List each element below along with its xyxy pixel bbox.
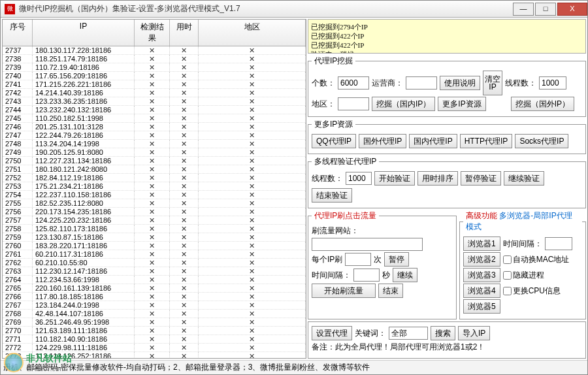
cb-mac[interactable]: 自动换MAC地址 (503, 254, 570, 265)
app-icon: 微 (5, 4, 15, 14)
table-row[interactable]: 2763112.230.12.147:18186✕✕✕ (3, 267, 306, 276)
browser4-button[interactable]: 浏览器4 (463, 284, 500, 298)
table-row[interactable]: 2750112.227.231.134:18186✕✕✕ (3, 157, 306, 165)
ip-table: 序号 IP 检测结果 用时 地区 2737180.130.117.228:181… (2, 19, 306, 359)
table-row[interactable]: 2740117.65.156.209:18186✕✕✕ (3, 72, 306, 80)
fw-proxy-button[interactable]: 国外代理IP (359, 134, 406, 148)
browser3-button[interactable]: 浏览器3 (463, 268, 500, 282)
table-row[interactable]: 2743123.233.36.235:18186✕✕✕ (3, 97, 306, 106)
clear-ip-button[interactable]: 清空IP (483, 71, 502, 95)
table-row[interactable]: 274214.214.140.39:18186✕✕✕ (3, 89, 306, 97)
col-area[interactable]: 地区 (199, 20, 306, 46)
cb-hide[interactable]: 隐藏进程 (503, 270, 544, 281)
perip-input[interactable] (345, 253, 371, 266)
table-row[interactable]: 2752182.84.112.19:18186✕✕✕ (3, 174, 306, 182)
minimize-button[interactable]: — (513, 3, 534, 16)
table-row[interactable]: 2738118.251.174.79:18186✕✕✕ (3, 55, 306, 63)
globe-icon (4, 353, 24, 372)
table-row[interactable]: 2737180.130.117.228:18186✕✕✕ (3, 46, 306, 55)
maximize-button[interactable]: □ (535, 3, 556, 16)
table-row[interactable]: 2745110.250.182.51:1998✕✕✕ (3, 114, 306, 123)
table-row[interactable]: 2766117.80.18.185:18186✕✕✕ (3, 293, 306, 301)
kw-input[interactable] (389, 327, 428, 340)
carrier-input[interactable] (406, 76, 437, 90)
browser1-button[interactable]: 浏览器1 (463, 236, 500, 251)
interval-input[interactable] (353, 269, 380, 282)
table-row[interactable]: 2772124.229.98.111:18186✕✕✕ (3, 344, 306, 352)
table-row[interactable]: 2764112.234.53.66:1998✕✕✕ (3, 276, 306, 284)
area-input[interactable] (338, 97, 369, 110)
cb-cpu[interactable]: 更换CPU信息 (503, 285, 561, 297)
table-row[interactable]: 2765220.160.161.139:18186✕✕✕ (3, 284, 306, 293)
col-res[interactable]: 检测结果 (135, 20, 170, 46)
count-input[interactable] (338, 76, 369, 90)
table-row[interactable]: 2755182.52.235.112:8080✕✕✕ (3, 199, 306, 208)
table-row[interactable]: 2759123.130.87.15:18186✕✕✕ (3, 233, 306, 242)
window-title: 微时代IP挖掘机（国内外）集验证-设置-多浏览器代理模式_V1.7 (19, 3, 512, 14)
col-no[interactable]: 序号 (3, 20, 33, 46)
more-src-button[interactable]: 更多IP资源 (438, 97, 485, 111)
v-threads-input[interactable] (346, 172, 372, 185)
verify-end-button[interactable]: 结束验证 (312, 188, 352, 203)
table-row[interactable]: 276842.48.144.107:18186✕✕✕ (3, 310, 306, 318)
table-row[interactable]: 2770121.63.189.111:18186✕✕✕ (3, 327, 306, 335)
table-body[interactable]: 2737180.130.117.228:18186✕✕✕2738118.251.… (3, 46, 306, 358)
table-row[interactable]: 2749190.205.125.91:8080✕✕✕ (3, 148, 306, 157)
import-button[interactable]: 导入IP (458, 326, 490, 340)
verify-start-button[interactable]: 开始验证 (374, 171, 415, 186)
table-row[interactable]: 2739110.72.19.40:18186✕✕✕ (3, 63, 306, 72)
perip-label: 每个IP刷 (312, 254, 342, 265)
table-row[interactable]: 276936.251.246.49.95:1998✕✕✕ (3, 318, 306, 327)
search-button[interactable]: 搜索 (431, 326, 455, 340)
more-legend: 更多IP资源 (312, 119, 355, 130)
traffic-resume-button[interactable]: 继续 (393, 268, 417, 282)
log-panel: 已挖掘到2794个IP已挖掘到422个IP已挖掘到422个IP验证中，稍候...… (308, 19, 586, 54)
count-label: 个数： (312, 78, 335, 89)
bottom-group: 设置代理 关键词： 搜索 导入IP 备注：此为全局代理！局部代理可用浏览器1或2… (308, 321, 586, 359)
table-row[interactable]: 276160.210.117.31:18186✕✕✕ (3, 250, 306, 259)
table-row[interactable]: 2747122.244.79.26:18186✕✕✕ (3, 131, 306, 140)
col-ip[interactable]: IP (33, 20, 135, 46)
browser2-button[interactable]: 浏览器2 (463, 252, 500, 267)
verify-resume-button[interactable]: 继续验证 (504, 171, 544, 186)
verify-pause-button[interactable]: 暂停验证 (461, 171, 501, 186)
table-row[interactable]: 2771110.182.140.90:18186✕✕✕ (3, 335, 306, 344)
mine-cn-button[interactable]: 挖掘（国内IP） (372, 97, 435, 111)
table-row[interactable]: 2758125.82.110.173:18186✕✕✕ (3, 225, 306, 233)
table-row[interactable]: 2754122.237.110.158:18186✕✕✕ (3, 191, 306, 199)
col-time[interactable]: 用时 (170, 20, 199, 46)
set-proxy-button[interactable]: 设置代理 (312, 326, 352, 340)
http-proxy-button[interactable]: HTTP代理IP (460, 134, 513, 148)
table-row[interactable]: 2756220.173.154.235:18186✕✕✕ (3, 208, 306, 216)
threads-input[interactable] (539, 76, 566, 90)
cn-proxy-button[interactable]: 国内代理IP (409, 134, 457, 148)
table-row[interactable]: 2744123.232.240.132:18186✕✕✕ (3, 106, 306, 114)
table-row[interactable]: 2757124.225.220.232:18186✕✕✕ (3, 216, 306, 225)
browser5-button[interactable]: 浏览器5 (463, 299, 500, 314)
traffic-start-button[interactable]: 开始刷流量 (312, 284, 376, 298)
table-header: 序号 IP 检测结果 用时 地区 (3, 20, 306, 46)
mine-fw-button[interactable]: 挖掘（国外IP） (511, 97, 574, 111)
table-row[interactable]: 2760183.28.220.171:18186✕✕✕ (3, 242, 306, 250)
carrier-label: 运营商： (372, 78, 403, 89)
traffic-pause-button[interactable]: 暂停 (384, 252, 409, 267)
socks-proxy-button[interactable]: Socks代理IP (515, 134, 568, 148)
table-row[interactable]: 2753175.21.234.21:18186✕✕✕ (3, 182, 306, 191)
watermark-url: CRSKY.com (26, 365, 72, 372)
traffic-end-button[interactable]: 结束 (378, 284, 403, 298)
verify-group: 多线程验证代理IP 线程数： 开始验证 用时排序 暂停验证 继续验证 结束验证 (308, 156, 586, 208)
note-text: 备注：此为全局代理！局部代理可用浏览器1或2！ (312, 342, 582, 353)
qq-proxy-button[interactable]: QQ代理IP (312, 134, 356, 148)
table-row[interactable]: 2746201.25.131.101:3128✕✕✕ (3, 123, 306, 131)
close-button[interactable]: X (557, 3, 587, 16)
site-input[interactable] (312, 238, 423, 251)
table-row[interactable]: 2748113.24.204.14:1998✕✕✕ (3, 140, 306, 148)
table-row[interactable]: 2751180.180.121.242:8080✕✕✕ (3, 165, 306, 174)
table-row[interactable]: 2767123.184.244.0:1998✕✕✕ (3, 301, 306, 310)
use-desc-button[interactable]: 使用说明 (440, 76, 480, 90)
mining-group: 代理IP挖掘 个数： 运营商： 使用说明 清空IP 线程数： 地区： 挖掘（国内… (308, 56, 586, 117)
adv-interval-input[interactable] (545, 237, 572, 250)
table-row[interactable]: 2741171.215.226.221:18186✕✕✕ (3, 80, 306, 89)
table-row[interactable]: 276260.210.10.55:80✕✕✕ (3, 259, 306, 267)
verify-sort-button[interactable]: 用时排序 (417, 171, 458, 186)
